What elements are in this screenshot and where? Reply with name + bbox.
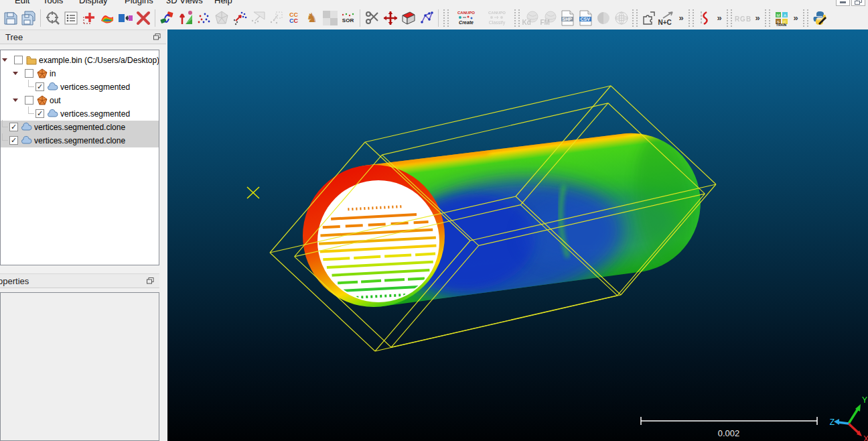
tree-row[interactable]: ✓vertices.segmented [1, 80, 159, 94]
nearest-neighbor-button[interactable] [267, 8, 285, 27]
merge-add-icon [81, 10, 97, 26]
canupo-create-button[interactable]: CANUPOCreate [451, 8, 482, 27]
shp-export-button[interactable]: SHP [558, 8, 576, 27]
expander-arrow-icon[interactable] [13, 99, 18, 102]
register-clouds-icon [159, 10, 175, 26]
tree-row[interactable]: in [1, 67, 159, 80]
global-shift-button[interactable] [44, 8, 62, 27]
normals-plus-colors-button[interactable]: N+C [658, 8, 676, 27]
csv-export-button[interactable]: CSV [576, 8, 594, 27]
tree-item-label[interactable]: example.bin (C:/Users/a/Desktop) [39, 56, 159, 65]
delete-button[interactable] [134, 8, 152, 27]
cross-section-button[interactable] [399, 8, 417, 27]
fast-marching-icon: FM [540, 10, 558, 26]
console-list-button[interactable] [62, 8, 80, 27]
rainbow-color-button[interactable] [98, 8, 116, 27]
fast-marching-button[interactable]: FM [540, 8, 558, 27]
menu-item-plugins[interactable]: Plugins [125, 0, 153, 6]
toolbar-overflow-chevron[interactable]: » [676, 13, 686, 23]
toolbar-overflow-chevron[interactable]: » [790, 13, 801, 23]
tree-branch-line [2, 133, 8, 141]
toolbar-drag-handle[interactable] [727, 9, 732, 27]
visibility-checkbox[interactable] [25, 96, 33, 105]
tree-item-label[interactable]: vertices.segmented [60, 109, 130, 119]
tree-row[interactable]: ✓vertices.segmented.clone [1, 134, 159, 147]
mdi-restore-button[interactable] [851, 0, 865, 6]
visibility-checkbox[interactable]: ✓ [9, 136, 18, 145]
statistical-test-button[interactable]: ♞ [303, 8, 321, 27]
cloud-icon [21, 135, 32, 146]
expander-arrow-icon[interactable] [13, 72, 18, 75]
tree-row[interactable]: ✓vertices.segmented.clone [1, 121, 159, 134]
visibility-checkbox[interactable] [14, 56, 23, 64]
compute-normals-icon [177, 10, 194, 26]
tree-row[interactable]: ✓vertices.segmented [1, 107, 159, 121]
tree-branch-line [28, 80, 34, 87]
toolbar-drag-handle[interactable] [632, 9, 638, 27]
tree-item-label[interactable]: out [50, 96, 61, 105]
toolbar-drag-handle[interactable] [689, 9, 694, 27]
axis-x-label: X [863, 434, 868, 441]
menu-item-help[interactable]: Help [214, 0, 232, 6]
save-all-button[interactable] [19, 8, 38, 27]
translate-rotate-icon [382, 10, 399, 26]
tree-row[interactable]: out [1, 94, 159, 107]
puzzle-plugin-button[interactable] [640, 8, 658, 27]
float-panel-icon[interactable] [153, 34, 161, 41]
tree-item-label[interactable]: vertices.segmented.clone [34, 123, 125, 132]
tree-item-label[interactable]: in [50, 69, 56, 78]
sor-filter-icon: SOR [341, 13, 356, 23]
kd-tree-button[interactable]: Kd [522, 8, 540, 27]
menu-item-tools[interactable]: Tools [43, 0, 63, 6]
expander-arrow-icon[interactable] [2, 58, 7, 62]
toolbar-overflow-chevron[interactable]: » [714, 13, 725, 23]
visibility-checkbox[interactable]: ✓ [35, 109, 44, 118]
rgb-filter-button[interactable]: RGB [734, 8, 752, 27]
visibility-checkbox[interactable]: ✓ [35, 82, 44, 91]
spline-fit-button[interactable] [696, 8, 714, 27]
save-button[interactable] [1, 8, 19, 27]
visibility-checkbox[interactable]: ✓ [9, 123, 18, 131]
mesh-sphere-icon [214, 10, 230, 26]
translate-rotate-button[interactable] [381, 8, 399, 27]
python-editor-button[interactable] [810, 8, 828, 27]
menu-item-display[interactable]: Display [79, 0, 108, 6]
mesh-sphere-button[interactable] [212, 8, 230, 27]
axis-y-label: Y [862, 395, 867, 405]
canupo-classify-button[interactable]: CANUPOClassify [482, 8, 512, 27]
properties-panel-titlebar: operties [0, 273, 159, 288]
toolbar-drag-handle[interactable] [443, 9, 449, 27]
tree-item-label[interactable]: vertices.segmented [60, 82, 130, 92]
sample-points-button[interactable] [194, 8, 212, 27]
cloud-mesh-distance-button[interactable] [248, 8, 267, 27]
toolbar-drag-handle[interactable] [765, 9, 770, 27]
normals-plus-colors-icon: N+C [658, 10, 676, 26]
connected-components-button[interactable] [417, 8, 435, 27]
align-entities-button[interactable] [116, 8, 134, 27]
mdi-minimize-button[interactable] [836, 0, 850, 6]
cross-section-icon [401, 10, 417, 26]
cc-compare-button[interactable]: CCCC [285, 8, 303, 27]
toolbar-drag-handle[interactable] [803, 9, 808, 27]
compute-normals-button[interactable] [176, 8, 194, 27]
gl-3d-view[interactable]: 0.002 Y X Z [167, 29, 868, 441]
cloud-cloud-distance-button[interactable] [230, 8, 248, 27]
merge-add-button[interactable] [80, 8, 98, 27]
sphere-gray-button[interactable] [594, 8, 612, 27]
toolbar-overflow-chevron[interactable]: » [752, 13, 763, 23]
wireframe-globe-button[interactable] [612, 8, 630, 27]
tree-row[interactable]: example.bin (C:/Users/a/Desktop) [1, 54, 159, 67]
checkerboard-button[interactable] [321, 8, 339, 27]
tree-item-label[interactable]: vertices.segmented.clone [34, 136, 125, 145]
toolbar-separator [152, 9, 158, 27]
masc-train-button[interactable]: MASCTRAIN [772, 8, 790, 27]
sor-filter-button[interactable]: SOR [339, 8, 357, 27]
float-panel-icon[interactable] [147, 277, 154, 285]
register-clouds-button[interactable] [158, 8, 176, 27]
visibility-checkbox[interactable] [25, 69, 33, 78]
menu-item-edit[interactable]: Edit [15, 0, 29, 6]
menu-item-3d-views[interactable]: 3D Views [166, 0, 203, 6]
toolbar-drag-handle[interactable] [514, 9, 520, 27]
db-tree[interactable]: example.bin (C:/Users/a/Desktop)in✓verti… [0, 50, 159, 265]
segment-scissors-button[interactable] [363, 8, 381, 27]
